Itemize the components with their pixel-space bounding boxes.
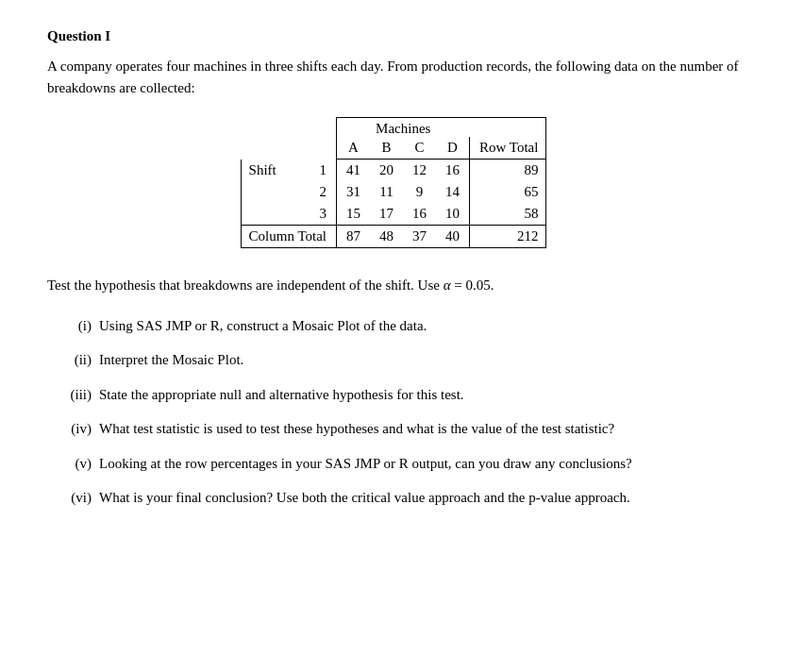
subquestion-ii: (ii) Interpret the Mosaic Plot. <box>57 349 740 371</box>
col-header-row-total: Row Total <box>470 137 546 160</box>
cell-3-A: 15 <box>337 203 371 226</box>
cell-1-D: 16 <box>436 160 470 182</box>
cell-2-C: 9 <box>403 181 436 203</box>
row-total-3: 58 <box>470 203 546 226</box>
subq-vi-text: What is your final conclusion? Use both … <box>99 487 740 509</box>
col-header-D: D <box>436 137 470 160</box>
row-total-1: 89 <box>470 160 546 182</box>
cell-1-B: 20 <box>370 160 403 182</box>
col-header-B: B <box>370 137 403 160</box>
cell-2-B: 11 <box>370 181 403 203</box>
subq-v-text: Looking at the row percentages in your S… <box>99 453 740 475</box>
shift-label: Shift <box>241 160 301 182</box>
col-total-A: 87 <box>337 226 371 248</box>
shift-2-label: 2 <box>301 181 337 203</box>
subq-iii-text: State the appropriate null and alternati… <box>99 384 740 406</box>
question-title: Question I <box>47 28 740 44</box>
subq-iv-text: What test statistic is used to test thes… <box>99 418 740 440</box>
subq-v-label: (v) <box>57 453 99 475</box>
cell-3-C: 16 <box>403 203 436 226</box>
col-total-C: 37 <box>403 226 436 248</box>
col-header-C: C <box>403 137 436 160</box>
shift-1-label: 1 <box>301 160 337 182</box>
cell-2-D: 14 <box>436 181 470 203</box>
col-header-A: A <box>337 137 371 160</box>
row-total-2: 65 <box>470 181 546 203</box>
subquestion-i: (i) Using SAS JMP or R, construct a Mosa… <box>57 315 740 337</box>
subquestion-v: (v) Looking at the row percentages in yo… <box>57 453 740 475</box>
subquestion-iii: (iii) State the appropriate null and alt… <box>57 384 740 406</box>
column-total-label: Column Total <box>241 226 336 248</box>
cell-1-C: 12 <box>403 160 436 182</box>
hypothesis-text: Test the hypothesis that breakdowns are … <box>47 275 740 296</box>
subquestions: (i) Using SAS JMP or R, construct a Mosa… <box>57 315 740 509</box>
shift-3-label: 3 <box>301 203 337 226</box>
intro-text: A company operates four machines in thre… <box>47 56 740 98</box>
cell-2-A: 31 <box>337 181 371 203</box>
subq-iii-label: (iii) <box>57 384 99 406</box>
subq-ii-label: (ii) <box>57 349 99 371</box>
subq-ii-text: Interpret the Mosaic Plot. <box>99 349 740 371</box>
grand-total: 212 <box>470 226 546 248</box>
data-table: Machines A B C D Row Total Shift 1 41 20… <box>241 117 547 248</box>
cell-3-D: 10 <box>436 203 470 226</box>
subq-i-label: (i) <box>57 315 99 337</box>
col-total-D: 40 <box>436 226 470 248</box>
subq-i-text: Using SAS JMP or R, construct a Mosaic P… <box>99 315 740 337</box>
col-total-B: 48 <box>370 226 403 248</box>
cell-3-B: 17 <box>370 203 403 226</box>
table-container: Machines A B C D Row Total Shift 1 41 20… <box>47 117 740 248</box>
subq-iv-label: (iv) <box>57 418 99 440</box>
subq-vi-label: (vi) <box>57 487 99 509</box>
subquestion-vi: (vi) What is your final conclusion? Use … <box>57 487 740 509</box>
cell-1-A: 41 <box>337 160 371 182</box>
machines-header: Machines <box>337 118 470 138</box>
subquestion-iv: (iv) What test statistic is used to test… <box>57 418 740 440</box>
